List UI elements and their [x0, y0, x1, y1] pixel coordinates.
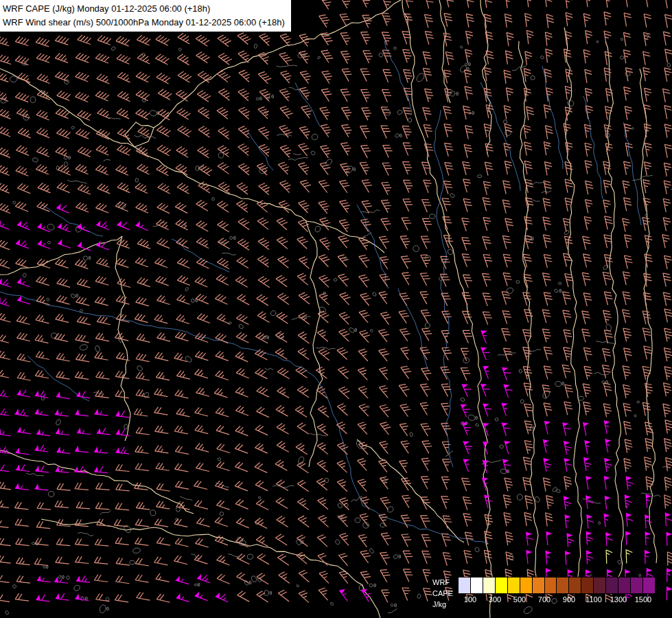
legend-swatch [471, 577, 483, 593]
legend-color-bar [458, 577, 656, 594]
legend-title-units: J/kg [432, 599, 453, 610]
title-line-shear: WRF Wind shear (m/s) 500/1000hPa Monday … [3, 16, 285, 30]
legend-swatch [557, 577, 569, 593]
cape-legend: WRF CAPE J/kg 10030050070090011001300150… [432, 577, 656, 610]
legend-tick-label: 1500 [631, 595, 656, 604]
legend-swatch [594, 577, 606, 593]
legend-swatch [545, 577, 557, 593]
legend-tick-label: 100 [458, 595, 483, 604]
legend-swatch [581, 577, 594, 593]
legend-body: 100300500700900110013001500 [458, 577, 656, 610]
weather-map: WRF CAPE (J/kg) Monday 01-12-2025 06:00 … [0, 0, 672, 618]
legend-tick-label: 500 [507, 595, 532, 604]
legend-tick-label: 1100 [581, 595, 606, 604]
legend-swatch [508, 577, 520, 593]
legend-swatch [496, 577, 508, 593]
legend-swatch [643, 577, 655, 593]
legend-tick-label: 700 [532, 595, 557, 604]
legend-tick-label: 300 [483, 595, 507, 604]
legend-swatch [483, 577, 496, 593]
legend-tick-label: 1300 [606, 595, 631, 604]
title-box: WRF CAPE (J/kg) Monday 01-12-2025 06:00 … [0, 0, 291, 32]
legend-tick-row: 100300500700900110013001500 [458, 595, 656, 604]
legend-swatch [533, 577, 545, 593]
legend-swatch [606, 577, 618, 593]
legend-swatch [520, 577, 533, 593]
title-line-cape: WRF CAPE (J/kg) Monday 01-12-2025 06:00 … [3, 2, 285, 16]
legend-title: WRF CAPE J/kg [432, 577, 453, 610]
legend-swatch [569, 577, 581, 593]
legend-title-variable: CAPE [432, 588, 453, 599]
legend-tick-label: 900 [557, 595, 581, 604]
weather-map-canvas [0, 0, 672, 618]
legend-title-model: WRF [432, 577, 453, 588]
legend-swatch [618, 577, 631, 593]
legend-swatch [631, 577, 643, 593]
legend-swatch [459, 577, 471, 593]
